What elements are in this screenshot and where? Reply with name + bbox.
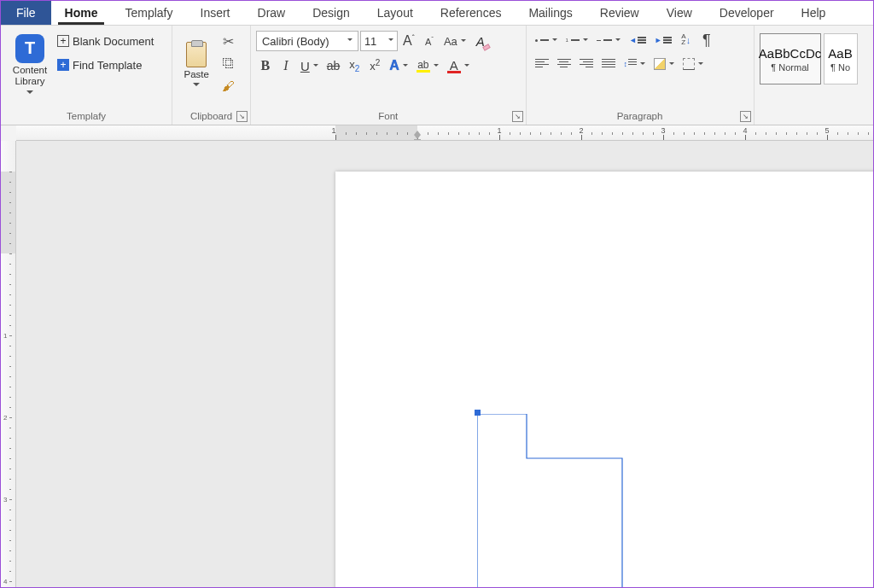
decrease-indent-icon: ◄	[629, 36, 646, 44]
group-clipboard: Paste ✂ ⿻ 🖌 Clipboard ↘	[172, 26, 251, 125]
numbering-icon: 1	[566, 38, 580, 43]
grow-font-icon: Aˆ	[403, 33, 415, 49]
tab-file[interactable]: File	[1, 1, 51, 25]
tab-developer[interactable]: Developer	[706, 1, 788, 25]
vertical-ruler[interactable]: 1234	[1, 141, 16, 588]
copy-icon: ⿻	[223, 56, 235, 70]
shading-button[interactable]	[650, 55, 678, 73]
line-spacing-icon: ↕	[624, 59, 638, 70]
font-name-combo[interactable]: Calibri (Body)	[256, 31, 358, 51]
blank-document-button[interactable]: + Blank Document	[57, 32, 154, 50]
align-center-icon	[557, 59, 571, 70]
numbering-button[interactable]: 1	[562, 31, 591, 49]
group-font: Calibri (Body) 11 Aˆ Aˇ Aa A B I U ab x2…	[251, 26, 527, 125]
superscript-button[interactable]: x2	[365, 56, 384, 75]
freeform-shape[interactable]	[477, 414, 678, 588]
multilevel-icon	[597, 39, 612, 41]
cut-button[interactable]: ✂	[218, 32, 238, 50]
justify-button[interactable]	[598, 55, 619, 73]
text-effects-button[interactable]: A	[386, 56, 411, 75]
bullets-button[interactable]	[532, 31, 561, 49]
highlight-icon: ab	[417, 60, 430, 73]
document-canvas[interactable]	[16, 141, 873, 588]
copy-button[interactable]: ⿻	[218, 54, 238, 73]
tab-layout[interactable]: Layout	[364, 1, 427, 25]
clipboard-icon	[186, 42, 207, 67]
text-effects-icon: A	[389, 58, 399, 73]
horizontal-ruler[interactable]: 1123456	[16, 125, 873, 141]
align-left-icon	[535, 59, 549, 70]
style-preview: AaB	[828, 46, 852, 61]
align-center-button[interactable]	[554, 55, 574, 73]
font-dialog-launcher[interactable]: ↘	[512, 111, 523, 122]
show-marks-button[interactable]: ¶	[697, 31, 716, 49]
shading-icon	[654, 58, 666, 70]
font-size-value: 11	[364, 35, 376, 48]
pilcrow-icon: ¶	[702, 32, 711, 49]
tab-templafy[interactable]: Templafy	[111, 1, 186, 25]
style-preview: AaBbCcDc	[759, 46, 821, 61]
group-label-templafy: Templafy	[6, 108, 166, 125]
tab-review[interactable]: Review	[586, 1, 653, 25]
tab-insert[interactable]: Insert	[187, 1, 244, 25]
strikethrough-button[interactable]: ab	[323, 56, 344, 75]
style-normal[interactable]: AaBbCcDc ¶ Normal	[760, 33, 821, 84]
line-spacing-button[interactable]: ↕	[621, 55, 650, 73]
paste-button[interactable]: Paste	[178, 28, 215, 103]
paragraph-dialog-launcher[interactable]: ↘	[740, 111, 751, 122]
group-label-font: Font	[256, 108, 521, 125]
tab-references[interactable]: References	[427, 1, 516, 25]
increase-indent-icon: ►	[655, 36, 672, 44]
eraser-icon: A	[476, 34, 485, 49]
bullets-icon	[535, 39, 549, 42]
font-color-icon: A	[447, 59, 461, 73]
style-name: ¶ No	[830, 62, 850, 73]
shrink-font-button[interactable]: Aˇ	[420, 32, 439, 50]
group-label-styles	[760, 108, 868, 125]
clipboard-dialog-launcher[interactable]: ↘	[236, 111, 248, 122]
style-no-spacing[interactable]: AaB ¶ No	[824, 33, 858, 84]
shape-handle-start[interactable]	[475, 410, 481, 416]
grow-font-button[interactable]: Aˆ	[399, 32, 418, 50]
tab-home[interactable]: Home	[51, 1, 112, 25]
font-size-combo[interactable]: 11	[360, 31, 398, 51]
group-label-clipboard: Clipboard	[178, 108, 245, 125]
align-left-button[interactable]	[532, 55, 552, 73]
subscript-button[interactable]: x2	[345, 56, 364, 75]
tab-mailings[interactable]: Mailings	[515, 1, 586, 25]
ribbon-tabs: File Home Templafy Insert Draw Design La…	[1, 1, 873, 26]
content-library-label: Content Library	[13, 65, 47, 87]
sort-icon: AZ↓	[681, 34, 690, 46]
clear-formatting-button[interactable]: A	[471, 32, 490, 50]
justify-icon	[602, 59, 615, 70]
change-case-button[interactable]: Aa	[440, 32, 469, 50]
tab-view[interactable]: View	[653, 1, 706, 25]
strikethrough-icon: ab	[327, 59, 341, 73]
tab-draw[interactable]: Draw	[244, 1, 300, 25]
multilevel-button[interactable]	[593, 31, 624, 49]
brush-icon: 🖌	[222, 79, 235, 93]
style-name: ¶ Normal	[771, 62, 808, 73]
font-name-value: Calibri (Body)	[262, 35, 329, 48]
find-template-button[interactable]: + Find Template	[57, 55, 154, 74]
borders-button[interactable]	[679, 55, 707, 73]
underline-button[interactable]: U	[297, 56, 322, 75]
increase-indent-button[interactable]: ►	[651, 31, 675, 49]
sort-button[interactable]: AZ↓	[677, 31, 696, 49]
content-library-button[interactable]: T Content Library	[6, 28, 54, 103]
italic-button[interactable]: I	[277, 56, 295, 75]
tab-help[interactable]: Help	[788, 1, 840, 25]
highlight-button[interactable]: ab	[413, 56, 442, 75]
ribbon: T Content Library + Blank Document + Fin…	[1, 26, 873, 125]
format-painter-button[interactable]: 🖌	[218, 76, 238, 95]
align-right-button[interactable]	[576, 55, 597, 73]
shrink-font-icon: Aˇ	[425, 35, 434, 47]
bold-icon: B	[261, 58, 271, 73]
plus-icon: +	[57, 35, 69, 47]
font-color-button[interactable]: A	[444, 56, 473, 75]
underline-icon: U	[300, 59, 310, 73]
tab-design[interactable]: Design	[299, 1, 364, 25]
subscript-icon: x2	[349, 58, 359, 73]
decrease-indent-button[interactable]: ◄	[626, 31, 650, 49]
bold-button[interactable]: B	[256, 56, 275, 75]
